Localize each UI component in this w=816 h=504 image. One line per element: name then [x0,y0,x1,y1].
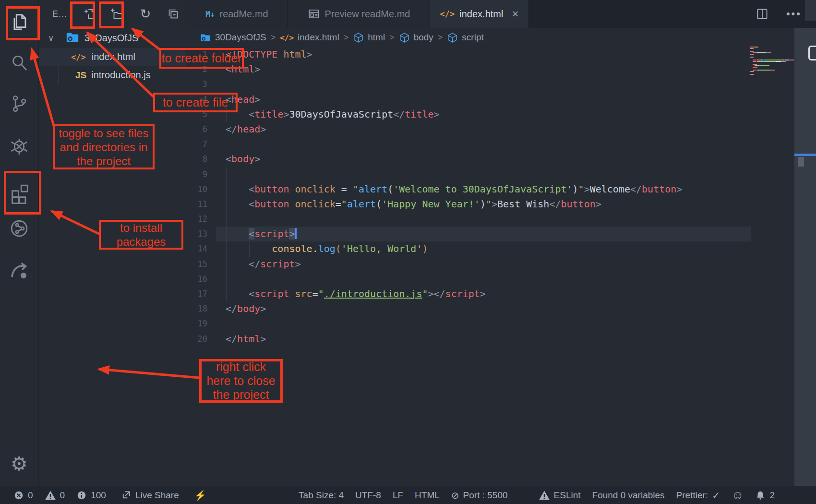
line-number: 17 [186,287,216,301]
code-line: 16 [186,272,816,287]
lightning-button[interactable]: ⚡ [194,491,206,500]
breadcrumb-separator: > [344,33,349,43]
errors-status[interactable]: 0 [13,490,33,501]
share-icon[interactable] [8,258,31,281]
code-line: 20</html> [186,332,816,347]
code-line: 6</head> [186,122,816,137]
code-line: 12 [186,212,816,227]
editor-actions: ••• [756,0,802,28]
annotation-install-packages: to install packages [99,220,183,250]
collapse-all-icon[interactable] [165,6,181,22]
clipped-overlay-box [808,46,816,60]
live-share-session-icon[interactable] [8,217,30,240]
code-line: 10 <button onclick = "alert('Welcome to … [186,182,816,197]
tree-item-file[interactable]: JS introduction.js [39,66,186,84]
code-line: 18</body> [186,301,816,316]
notifications-button[interactable]: 2 [755,490,775,501]
activity-bar: ⚙ [0,0,39,486]
split-editor-icon[interactable] [756,7,769,21]
line-number: 14 [186,241,216,256]
code-line: 13 <script> [186,227,816,241]
annotation-box-explorer-icon [6,6,40,40]
language-status[interactable]: HTML [415,490,440,501]
code-line: 1<!DOCTYPE html> [186,47,816,62]
file-label: introduction.js [91,70,150,81]
port-status[interactable]: ⊘ Port : 5500 [451,490,508,501]
breadcrumb-separator: > [271,33,276,43]
minimap[interactable] [750,47,793,75]
tab-bar: M↓ readMe.md Preview readMe.md </> index… [186,0,816,28]
annotation-toggle-files: toggle to see files and directories in t… [53,124,155,169]
eol-status[interactable]: LF [393,490,403,501]
code-line: 15 </script> [186,257,816,272]
scrollbar-thumb[interactable] [798,157,804,167]
annotation-box-new-file [70,1,95,29]
code-icon: </> [280,33,294,42]
breadcrumb-item[interactable]: </> index.html [280,32,339,43]
line-number: 11 [186,197,216,212]
tab-label: readMe.md [220,9,268,20]
close-icon[interactable]: × [512,7,518,21]
breadcrumb-item[interactable]: html [353,32,385,43]
more-actions-icon[interactable]: ••• [786,8,802,20]
code-line: 17 <script src="./introduction.js"></scr… [186,287,816,301]
smiley-icon: ☺ [732,489,744,501]
warnings-status[interactable]: 0 [45,490,65,501]
line-number: 7 [186,137,216,152]
line-number: 16 [186,272,216,287]
prettier-status[interactable]: Prettier: ✓ [676,490,720,501]
code-line: 7 [186,137,816,152]
code-line: 5 <title>30DaysOfJavaScript</title> [186,107,816,122]
settings-gear-icon[interactable]: ⚙ [11,454,28,473]
tab-preview-readme[interactable]: Preview readMe.md [288,0,430,28]
tab-label: index.html [459,9,503,20]
source-control-icon[interactable] [9,94,29,114]
file-label: index.html [92,51,135,62]
line-number: 13 [186,227,216,241]
annotation-create-file: to create file [153,93,238,112]
variables-status[interactable]: Found 0 variables [592,490,665,501]
vscode-window: ⚙ E... ↻ [0,0,816,504]
line-number: 6 [186,122,216,137]
breadcrumb-item[interactable]: body [399,32,433,43]
line-number: 12 [186,212,216,227]
line-number: 3 [186,77,216,92]
code-editor[interactable]: 1<!DOCTYPE html>2<html>34<head>5 <title>… [186,47,816,347]
search-icon[interactable] [9,52,30,73]
annotation-create-folder: to create folder [159,48,244,69]
line-number: 20 [186,332,216,347]
project-label: 30DaysOfJS [84,33,138,44]
eslint-status[interactable]: ESLint [539,490,581,501]
code-line: 19 [186,316,816,331]
tab-size-status[interactable]: Tab Size: 4 [299,490,344,501]
line-number: 15 [186,257,216,272]
lightning-icon: ⚡ [194,491,206,500]
error-icon [13,490,24,501]
feedback-button[interactable]: ☺ [732,489,744,501]
editor-group: M↓ readMe.md Preview readMe.md </> index… [186,0,816,486]
text-cursor [295,228,297,239]
chevron-down-icon: ∨ [48,33,58,43]
scrollbar-accent [794,154,816,156]
preview-icon [308,8,320,20]
tab-index-html[interactable]: </> index.html × [430,0,529,28]
info-status[interactable]: 100 [76,490,106,501]
breadcrumb-item[interactable]: script [447,32,483,43]
debug-icon[interactable] [9,135,30,156]
breadcrumb-separator: > [389,33,395,43]
breadcrumb-item[interactable]: 30DaysOfJS [200,32,266,43]
check-icon: ✓ [712,491,720,500]
explorer-title: E... [52,9,67,19]
editor-scrollbar[interactable] [794,28,816,486]
tree-item-project[interactable]: ∨ 30DaysOfJS [39,29,186,47]
tab-readme[interactable]: M↓ readMe.md [186,0,288,28]
code-line: 11 <button onclick="alert('Happy New Yea… [186,197,816,212]
encoding-status[interactable]: UTF-8 [355,490,381,501]
line-number: 19 [186,316,216,331]
line-number: 8 [186,152,216,167]
bell-icon [755,490,766,501]
refresh-icon[interactable]: ↻ [137,6,154,22]
live-share-button[interactable]: Live Share [120,490,179,501]
code-line: 2<html> [186,62,816,77]
tab-label: Preview readMe.md [325,9,410,20]
